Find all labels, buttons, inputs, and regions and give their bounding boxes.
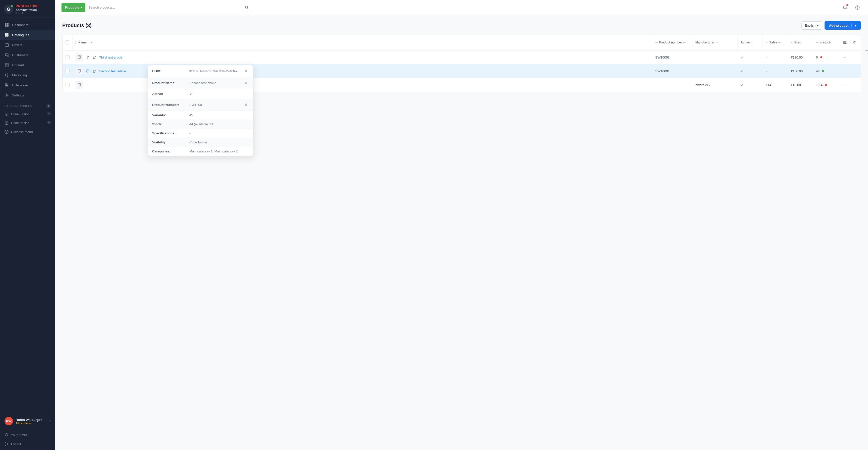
td-product-number-1: SW10003	[652, 51, 692, 64]
search-submit-btn[interactable]	[242, 3, 252, 12]
popup-row-specifications: Specifications: -	[148, 129, 253, 138]
row-link-icon-2[interactable]	[92, 68, 98, 74]
help-btn[interactable]	[853, 3, 862, 12]
sidebar-item-extensions[interactable]: Extensions	[0, 80, 55, 90]
active-check-2: ✓	[741, 69, 744, 73]
popup-visibility-label: Visibility:	[152, 140, 187, 144]
products-table: Name ⋯ ▾ ⋯ Product number ⋯ Manufacturer…	[62, 35, 861, 92]
row-2-checkbox[interactable]	[66, 69, 69, 73]
sort-dots-icon-4: ⋯	[716, 41, 718, 44]
td-checkbox-3	[63, 78, 72, 92]
row-more-btn-3[interactable]: ···	[841, 81, 848, 89]
add-product-btn[interactable]: Add product ▾	[825, 21, 861, 30]
sidebar: G PRODUCTIVE Administration 6.6.6.1 Dash…	[0, 0, 55, 450]
search-module-label: Products	[65, 5, 79, 9]
logout-label: Logout	[11, 442, 21, 446]
td-manufacturer-1	[692, 51, 738, 64]
popup-visibility-value: Code Imbiss	[189, 140, 247, 144]
user-role: Administrator	[16, 422, 47, 425]
add-product-label: Add product	[829, 24, 848, 27]
td-checkbox-1	[63, 51, 72, 64]
table-header: Name ⋯ ▾ ⋯ Product number ⋯ Manufacturer…	[63, 35, 861, 51]
row-3-checkbox[interactable]	[66, 83, 69, 87]
search-input[interactable]	[85, 5, 242, 9]
popup-stock-value: 44 (available: 44)	[189, 122, 247, 126]
th-euro[interactable]: ⋯ Euro	[788, 35, 813, 50]
copy-product-name-btn[interactable]: ⧉	[243, 79, 249, 86]
popup-uuid-label: UUID:	[152, 69, 187, 73]
sort-dots-icon-9: ⋯	[816, 41, 818, 44]
th-product-number-label: Product number	[659, 41, 682, 44]
sidebar-item-catalogues[interactable]: Catalogues	[0, 30, 55, 40]
sort-dots-icon-7: ⋯	[778, 41, 781, 44]
row-1-checkbox[interactable]	[66, 55, 69, 59]
popup-row-categories: Categories: Main category 1, Main catego…	[148, 147, 253, 156]
sidebar-item-code-imbiss[interactable]: Code Imbiss	[0, 119, 55, 127]
popup-categories-label: Categories:	[152, 150, 187, 153]
copy-uuid-btn[interactable]: ⧉	[243, 68, 249, 74]
add-sales-channel-btn[interactable]: +	[46, 104, 51, 108]
sort-dots-icon-3: ⋯	[683, 41, 686, 44]
td-more-2: ···	[838, 64, 851, 78]
row-icons-2: ⓘ	[85, 68, 98, 74]
catalogues-label: Catalogues	[12, 33, 29, 37]
extensions-icon	[4, 83, 9, 87]
sidebar-user[interactable]: RW Robin Willburger Administrator ▾	[0, 413, 55, 429]
sidebar-item-orders[interactable]: Orders	[0, 40, 55, 50]
sidebar-nav: Dashboard Catalogues Orders Customers Co…	[0, 18, 55, 413]
row-info-icon-2[interactable]: ⓘ	[85, 68, 91, 74]
td-price-2: €100.00	[788, 64, 813, 78]
language-select[interactable]: English ▾	[801, 21, 822, 30]
row-more-btn-1[interactable]: ···	[841, 54, 848, 61]
sidebar-bottom-links: Your profile Logout	[0, 429, 55, 450]
sidebar-item-content[interactable]: Content	[0, 60, 55, 70]
sidebar-item-dashboard[interactable]: Dashboard	[0, 20, 55, 30]
eye-icon-code-fasion[interactable]	[47, 112, 51, 116]
th-product-number[interactable]: ⋯ Product number ⋯	[652, 35, 692, 50]
td-more-3: ···	[838, 78, 851, 92]
row-time-icon-1[interactable]: ⏱	[85, 54, 91, 60]
sales-channels-section: Sales Channels +	[0, 100, 55, 110]
svg-point-18	[6, 433, 7, 435]
app-logo-icon: G	[4, 5, 13, 14]
table-columns-btn[interactable]	[841, 38, 849, 46]
sidebar-item-code-fasion[interactable]: Code Fasion	[0, 110, 55, 119]
th-active[interactable]: Active ⋯	[738, 35, 763, 50]
notification-btn[interactable]	[840, 3, 849, 12]
app-subtitle: Administration	[16, 8, 39, 12]
sidebar-item-customers[interactable]: Customers	[0, 50, 55, 60]
collapse-menu-btn[interactable]: Collapse menu	[0, 127, 55, 136]
sort-dots-icon-8: ⋯	[791, 41, 794, 44]
product-name-2[interactable]: Second test article	[99, 69, 126, 73]
eye-icon-code-imbiss[interactable]	[47, 121, 51, 125]
sidebar-item-marketing[interactable]: Marketing	[0, 70, 55, 80]
active-check-1: ✓	[741, 55, 744, 60]
th-sales[interactable]: ⋯ Sales ⋯	[763, 35, 788, 50]
copy-product-number-btn[interactable]: ⧉	[243, 101, 249, 108]
logout-link[interactable]: Logout	[0, 440, 55, 449]
active-check-3: ✓	[741, 83, 744, 87]
sidebar-item-settings[interactable]: Settings	[0, 90, 55, 100]
filter-btn[interactable]	[863, 47, 868, 57]
popup-categories-value: Main category 1, Main category 2	[189, 150, 247, 153]
sort-indicator	[75, 40, 76, 44]
your-profile-link[interactable]: Your profile	[0, 430, 55, 440]
btn-divider	[851, 23, 852, 27]
row-link-icon-1[interactable]	[92, 54, 98, 60]
th-in-stock[interactable]: ⋯ In stock	[813, 35, 838, 50]
product-name-1[interactable]: Third test article	[99, 56, 122, 59]
row-more-btn-2[interactable]: ···	[841, 67, 848, 75]
svg-rect-2	[5, 25, 6, 27]
th-name[interactable]: Name ⋯ ▾	[72, 35, 652, 50]
table-reset-btn[interactable]: ↺	[850, 38, 858, 46]
select-all-checkbox[interactable]	[66, 40, 69, 44]
svg-point-9	[5, 54, 7, 55]
td-product-number-3	[652, 78, 692, 92]
your-profile-label: Your profile	[11, 433, 27, 437]
search-module-btn[interactable]: Products ▾	[62, 3, 85, 12]
popup-row-active: Active: ✓	[148, 89, 253, 99]
th-active-label: Active	[741, 41, 750, 44]
th-manufacturer[interactable]: Manufacturer ⋯	[692, 35, 738, 50]
dashboard-label: Dashboard	[12, 23, 29, 27]
td-price-1: €120.00	[788, 51, 813, 64]
